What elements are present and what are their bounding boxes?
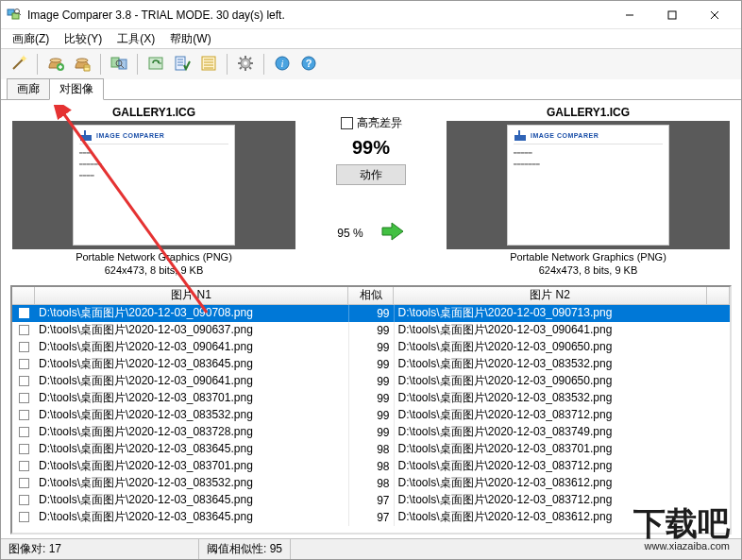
left-preview-format: Portable Network Graphics (PNG) [76, 251, 232, 264]
logo-text: IMAGE COMPARER [531, 132, 599, 139]
right-preview-image[interactable]: IMAGE COMPARER ━━━━━━━━━━━━ [447, 121, 730, 249]
table-row[interactable]: D:\tools\桌面图片\2020-12-03_083532.png98D:\… [12, 475, 730, 492]
minimize-button[interactable] [608, 1, 650, 28]
similarity-percent: 99% [352, 137, 390, 159]
row-check-left[interactable] [19, 478, 29, 488]
cell-similarity: 99 [349, 390, 395, 407]
menu-help[interactable]: 帮助(W) [162, 29, 218, 48]
help-button[interactable]: ? [296, 52, 321, 76]
table-row[interactable]: D:\tools\桌面图片\2020-12-03_083701.png99D:\… [12, 390, 730, 407]
table-row[interactable]: D:\tools\桌面图片\2020-12-03_083645.png99D:\… [12, 356, 730, 373]
table-row[interactable]: D:\tools\桌面图片\2020-12-03_083701.png98D:\… [12, 458, 730, 475]
table-row[interactable]: D:\tools\桌面图片\2020-12-03_090708.png99D:\… [12, 305, 730, 322]
status-pairs: 图像对: 17 [1, 539, 199, 559]
toolbar-sep [137, 54, 138, 75]
wizard-button[interactable] [7, 52, 31, 76]
table-row[interactable]: D:\tools\桌面图片\2020-12-03_090641.png99D:\… [12, 339, 730, 356]
cell-n2: D:\tools\桌面图片\2020-12-03_083712.png [395, 458, 708, 475]
svg-line-8 [13, 59, 24, 69]
cell-similarity: 98 [349, 458, 395, 475]
status-threshold: 阈值相似性: 95 [199, 539, 291, 559]
cell-similarity: 98 [349, 441, 395, 458]
open-gallery-button[interactable] [70, 52, 94, 76]
row-check-left[interactable] [19, 512, 29, 522]
toolbar-sep [263, 54, 264, 75]
col-check-right[interactable] [707, 287, 730, 304]
col-similarity[interactable]: 相似 [348, 287, 394, 304]
cell-n2: D:\tools\桌面图片\2020-12-03_090650.png [395, 373, 708, 390]
compare-in-gallery-button[interactable] [107, 52, 131, 76]
table-row[interactable]: D:\tools\桌面图片\2020-12-03_083532.png99D:\… [12, 407, 730, 424]
menu-compare[interactable]: 比较(Y) [57, 29, 110, 48]
table-header: 图片 N1 相似 图片 N2 [12, 287, 730, 305]
table-row[interactable]: D:\tools\桌面图片\2020-12-03_083728.png99D:\… [12, 424, 730, 441]
toolbar-sep [100, 54, 101, 75]
cell-similarity: 99 [349, 373, 395, 390]
settings-button[interactable] [233, 52, 258, 76]
cell-n1: D:\tools\桌面图片\2020-12-03_083701.png [35, 458, 349, 475]
table-body[interactable]: D:\tools\桌面图片\2020-12-03_090708.png99D:\… [12, 305, 730, 534]
gear-icon [237, 55, 254, 75]
refresh-pairs-button[interactable] [143, 52, 168, 76]
action-button[interactable]: 动作 [336, 164, 406, 185]
svg-point-10 [50, 59, 61, 62]
col-n2[interactable]: 图片 N2 [394, 287, 707, 304]
filter-pairs-button[interactable] [196, 52, 221, 76]
about-button[interactable]: i [270, 52, 295, 76]
maximize-button[interactable] [650, 1, 693, 28]
row-check-left[interactable] [19, 427, 29, 437]
row-check-left[interactable] [19, 342, 29, 352]
svg-rect-5 [668, 11, 676, 19]
compare-single-icon [110, 55, 127, 75]
col-n1[interactable]: 图片 N1 [35, 287, 348, 304]
new-gallery-button[interactable] [43, 52, 68, 76]
threshold-slider-value: 95 % [337, 227, 363, 240]
menu-tools[interactable]: 工具(X) [110, 29, 162, 48]
svg-rect-20 [176, 57, 185, 70]
cell-similarity: 99 [349, 322, 395, 339]
results-table: 图片 N1 相似 图片 N2 D:\tools\桌面图片\2020-12-03_… [10, 285, 732, 535]
open-gallery-icon [74, 55, 91, 75]
cell-similarity: 99 [349, 407, 395, 424]
close-button[interactable] [693, 1, 735, 28]
row-check-left[interactable] [19, 359, 29, 369]
table-row[interactable]: D:\tools\桌面图片\2020-12-03_083645.png98D:\… [12, 441, 730, 458]
toolbar-sep [37, 54, 38, 75]
table-row[interactable]: D:\tools\桌面图片\2020-12-03_083645.png97D:\… [12, 509, 730, 526]
help-icon: ? [300, 55, 317, 75]
table-row[interactable]: D:\tools\桌面图片\2020-12-03_083645.png97D:\… [12, 492, 730, 509]
cell-n1: D:\tools\桌面图片\2020-12-03_090637.png [35, 322, 349, 339]
left-preview-image[interactable]: IMAGE COMPARER ━━━━━━━━━━━━━ [12, 121, 295, 249]
row-check-left[interactable] [19, 393, 29, 403]
table-row[interactable]: D:\tools\桌面图片\2020-12-03_090637.png99D:\… [12, 322, 730, 339]
toolbar-sep [227, 54, 228, 75]
tab-gallery[interactable]: 画廊 [7, 78, 50, 100]
row-check-left[interactable] [19, 444, 29, 454]
magic-wand-icon [10, 55, 27, 75]
cell-n1: D:\tools\桌面图片\2020-12-03_083645.png [35, 441, 349, 458]
info-icon: i [274, 55, 291, 75]
tab-pairs[interactable]: 对图像 [49, 78, 104, 100]
right-preview-title: GALLERY1.ICG [547, 106, 630, 119]
new-gallery-icon [47, 55, 64, 75]
right-preview-info: 624x473, 8 bits, 9 KB [510, 264, 666, 278]
partner-logo-icon [514, 129, 527, 143]
row-check-left[interactable] [19, 461, 29, 471]
cell-n2: D:\tools\桌面图片\2020-12-03_083532.png [395, 356, 708, 373]
logo-text: IMAGE COMPARER [96, 132, 164, 139]
row-check-left[interactable] [19, 376, 29, 386]
menu-gallery[interactable]: 画廊(Z) [5, 29, 57, 48]
cell-n1: D:\tools\桌面图片\2020-12-03_083532.png [35, 475, 349, 492]
table-row[interactable]: D:\tools\桌面图片\2020-12-03_090641.png99D:\… [12, 373, 730, 390]
cell-n1: D:\tools\桌面图片\2020-12-03_090641.png [35, 339, 349, 356]
row-check-left[interactable] [19, 410, 29, 420]
row-check-left[interactable] [19, 495, 29, 505]
next-pair-button[interactable] [170, 52, 194, 76]
svg-point-30 [244, 61, 247, 65]
row-check-left[interactable] [19, 325, 29, 335]
row-check-left[interactable] [19, 308, 29, 318]
cell-n1: D:\tools\桌面图片\2020-12-03_090641.png [35, 373, 349, 390]
col-check-left[interactable] [12, 287, 35, 304]
cell-n1: D:\tools\桌面图片\2020-12-03_083645.png [35, 356, 349, 373]
highlight-diff-checkbox[interactable] [341, 117, 353, 129]
